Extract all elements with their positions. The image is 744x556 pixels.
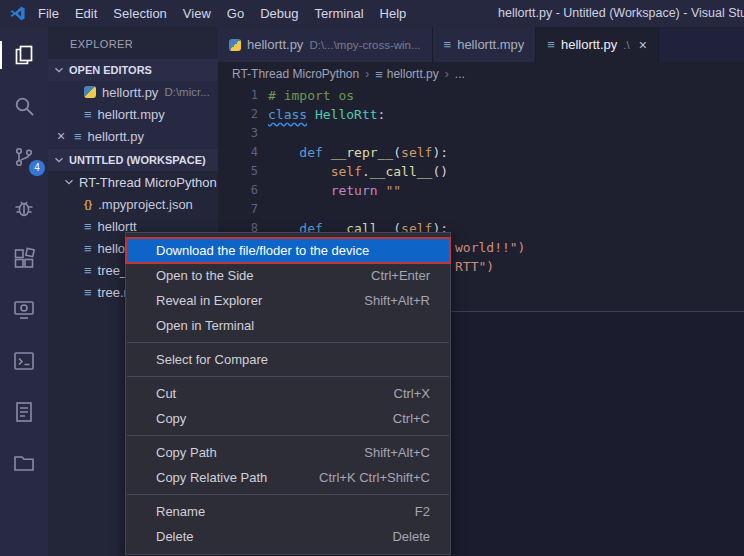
line-number: 3 <box>218 124 258 143</box>
files-icon[interactable] <box>10 41 38 69</box>
python-icon <box>84 86 96 98</box>
activity-bar: 4 <box>0 27 48 556</box>
source-control-icon[interactable]: 4 <box>10 143 38 171</box>
breadcrumb-label: RT-Thread MicroPython <box>232 67 359 81</box>
menu-help[interactable]: Help <box>372 0 415 27</box>
menu-item-shortcut: F2 <box>415 504 430 519</box>
file-name: .mpyproject.json <box>98 197 193 212</box>
tab-hellortt.py[interactable]: hellortt.pyD:\...\mpy-cross-win... <box>218 27 433 62</box>
context-menu-item[interactable]: Copy Relative PathCtrl+K Ctrl+Shift+C <box>126 465 450 490</box>
menu-selection[interactable]: Selection <box>105 0 174 27</box>
code-line[interactable]: 3 <box>218 124 744 143</box>
close-icon[interactable]: × <box>639 38 647 52</box>
menu-item-label: Reveal in Explorer <box>156 293 262 308</box>
source-control-badge: 4 <box>29 160 45 176</box>
python-icon <box>229 39 241 51</box>
terminal-icon[interactable] <box>10 347 38 375</box>
breadcrumb[interactable]: RT-Thread MicroPython›≡hellortt.py›... <box>218 62 744 86</box>
menu-item-label: Cut <box>156 386 176 401</box>
file-list-icon: ≡ <box>74 130 82 143</box>
json-braces-icon: {} <box>84 198 92 210</box>
file-list-icon: ≡ <box>84 286 92 299</box>
menu-item-label: Open to the Side <box>156 268 254 283</box>
line-number: 6 <box>218 181 258 200</box>
tab-path-detail: .\ <box>623 39 629 51</box>
tree-file-item[interactable]: {}.mpyproject.json <box>48 193 218 215</box>
window-title: hellortt.py - Untitled (Workspace) - Vis… <box>498 0 744 27</box>
extensions-icon[interactable] <box>10 245 38 273</box>
breadcrumb-item[interactable]: RT-Thread MicroPython <box>232 67 359 81</box>
vscode-logo-icon <box>9 5 26 22</box>
close-icon[interactable]: × <box>54 129 68 143</box>
line-text <box>258 124 268 143</box>
menu-item-shortcut: Ctrl+K Ctrl+Shift+C <box>319 470 430 485</box>
file-list-icon: ≡ <box>84 242 92 255</box>
code-line[interactable]: 2class HelloRtt: <box>218 105 744 124</box>
menu-item-shortcut: Shift+Alt+C <box>364 445 430 460</box>
code-line[interactable]: 4 def __repr__(self): <box>218 143 744 162</box>
search-icon[interactable] <box>10 92 38 120</box>
open-editors-header[interactable]: OPEN EDITORS <box>48 59 218 81</box>
folder-icon[interactable] <box>10 449 38 477</box>
context-menu-item[interactable]: DeleteDelete <box>126 524 450 549</box>
tab-label: hellortt.py <box>561 37 617 52</box>
menu-terminal[interactable]: Terminal <box>306 0 371 27</box>
workspace-header[interactable]: UNTITLED (WORKSPACE) <box>48 149 218 171</box>
file-list-icon: ≡ <box>547 38 555 51</box>
line-number: 1 <box>218 86 258 105</box>
menu-item-shortcut: Ctrl+C <box>393 411 430 426</box>
file-list-icon: ≡ <box>84 108 92 121</box>
breadcrumb-label: ... <box>455 67 465 81</box>
chevron-down-icon <box>52 63 66 77</box>
code-line[interactable]: 7 <box>218 200 744 219</box>
file-name: hellortt.mpy <box>98 107 165 122</box>
open-editor-item[interactable]: hellortt.pyD:\micr... <box>48 81 218 103</box>
menu-separator <box>127 342 449 343</box>
open-editor-item[interactable]: ×≡hellortt.py <box>48 125 218 147</box>
open-editors-label: OPEN EDITORS <box>69 64 152 76</box>
line-text: return "" <box>258 181 401 200</box>
breadcrumb-item[interactable]: ≡hellortt.py <box>375 67 439 81</box>
remote-icon[interactable] <box>10 296 38 324</box>
tab-hellortt.py[interactable]: ≡hellortt.py.\× <box>536 27 659 62</box>
file-name: hellortt.py <box>88 129 144 144</box>
line-text: # import os <box>258 86 354 105</box>
output-icon[interactable] <box>10 398 38 426</box>
context-menu-item[interactable]: Download the file/floder to the device <box>126 238 450 263</box>
menu-edit[interactable]: Edit <box>67 0 105 27</box>
context-menu-item[interactable]: Select for Compare <box>126 347 450 372</box>
debug-icon[interactable] <box>10 194 38 222</box>
context-menu-item[interactable]: Open in Terminal <box>126 313 450 338</box>
menu-separator <box>127 494 449 495</box>
code-line[interactable]: 1# import os <box>218 86 744 105</box>
open-editor-item[interactable]: ≡hellortt.mpy <box>48 103 218 125</box>
tab-hellortt.mpy[interactable]: ≡hellortt.mpy <box>433 27 537 62</box>
menu-file[interactable]: File <box>30 0 67 27</box>
line-text: class HelloRtt: <box>258 105 385 124</box>
file-list-icon: ≡ <box>84 220 92 233</box>
context-menu-item[interactable]: CopyCtrl+C <box>126 406 450 431</box>
menu-bar: FileEditSelectionViewGoDebugTerminalHelp <box>30 0 414 27</box>
context-menu-item[interactable]: Open to the SideCtrl+Enter <box>126 263 450 288</box>
context-menu-item[interactable]: RenameF2 <box>126 499 450 524</box>
code-line[interactable]: 5 self.__call__() <box>218 162 744 181</box>
context-menu-item[interactable]: CutCtrl+X <box>126 381 450 406</box>
breadcrumb-item[interactable]: ... <box>455 67 465 81</box>
open-editors-list: hellortt.pyD:\micr...≡hellortt.mpy×≡hell… <box>48 81 218 149</box>
menu-separator <box>127 435 449 436</box>
menu-view[interactable]: View <box>175 0 219 27</box>
menu-item-shortcut: Ctrl+Enter <box>371 268 430 283</box>
context-menu-item[interactable]: Reveal in ExplorerShift+Alt+R <box>126 288 450 313</box>
menu-item-shortcut: Shift+Alt+R <box>364 293 430 308</box>
line-text: self.__call__() <box>258 162 448 181</box>
menu-go[interactable]: Go <box>219 0 252 27</box>
tree-folder-rt-thread-micropython[interactable]: RT-Thread MicroPython <box>48 171 218 193</box>
menu-item-shortcut: Ctrl+X <box>394 386 430 401</box>
menu-debug[interactable]: Debug <box>252 0 306 27</box>
tab-bar: hellortt.pyD:\...\mpy-cross-win...≡hello… <box>218 27 744 62</box>
file-list-icon: ≡ <box>84 264 92 277</box>
context-menu-item[interactable]: Copy PathShift+Alt+C <box>126 440 450 465</box>
menu-item-label: Copy Path <box>156 445 217 460</box>
code-line[interactable]: 6 return "" <box>218 181 744 200</box>
line-text: def __repr__(self): <box>258 143 448 162</box>
